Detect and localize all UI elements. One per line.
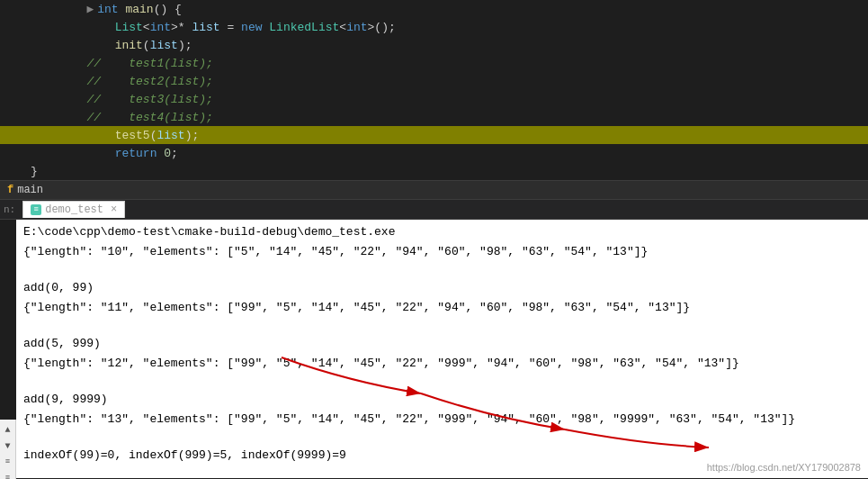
status-bar: f main xyxy=(0,180,868,200)
wrap-button[interactable]: ≡ xyxy=(2,456,14,468)
exe-path: E:\code\cpp\demo-test\cmake-build-debug\… xyxy=(23,225,395,239)
scroll-down-button[interactable]: ▼ xyxy=(2,439,14,452)
function-icon: f xyxy=(7,184,13,196)
output-line-2: {"length": "11", "elements": ["99", "5",… xyxy=(23,299,861,317)
path-line: E:\code\cpp\demo-test\cmake-build-debug\… xyxy=(23,223,861,241)
add-line-3: add(9, 9999) xyxy=(23,391,861,409)
status-function-name: main xyxy=(17,184,43,196)
line-content: ▶int main() { xyxy=(27,0,868,30)
output-line-3: {"length": "12", "elements": ["99", "5",… xyxy=(23,355,861,373)
terminal-sidebar: ▲ ▼ ≡ ≡ ⎙ 🗑 xyxy=(0,420,16,479)
watermark: https://blog.csdn.net/XY179002878 xyxy=(707,462,861,473)
add-line-1: add(0, 99) xyxy=(23,279,861,297)
n-label: n: xyxy=(4,204,15,215)
line-content: } xyxy=(27,165,868,178)
add-line-2: add(5, 999) xyxy=(23,335,861,353)
code-editor: ▶int main() { List<int>* list = new Link… xyxy=(0,0,868,180)
filter-button[interactable]: ≡ xyxy=(2,472,14,479)
tab-icon: ≡ xyxy=(31,204,41,215)
tab-bar: n: ≡ demo_test × xyxy=(0,200,868,220)
tab-label: demo_test xyxy=(45,203,103,216)
output-container: ▲ ▼ ≡ ≡ ⎙ 🗑 E:\code\cpp\demo-test\cmake-… xyxy=(0,220,868,478)
output-line-1: {"length": "10", "elements": ["5", "14",… xyxy=(23,243,861,261)
terminal-body: E:\code\cpp\demo-test\cmake-build-debug\… xyxy=(16,220,868,478)
scroll-up-button[interactable]: ▲ xyxy=(2,423,14,436)
terminal-tab[interactable]: ≡ demo_test × xyxy=(22,201,125,218)
output-line-4: {"length": "13", "elements": ["99", "5",… xyxy=(23,411,861,429)
tab-close-button[interactable]: × xyxy=(111,203,117,216)
terminal-output: E:\code\cpp\demo-test\cmake-build-debug\… xyxy=(16,220,868,478)
